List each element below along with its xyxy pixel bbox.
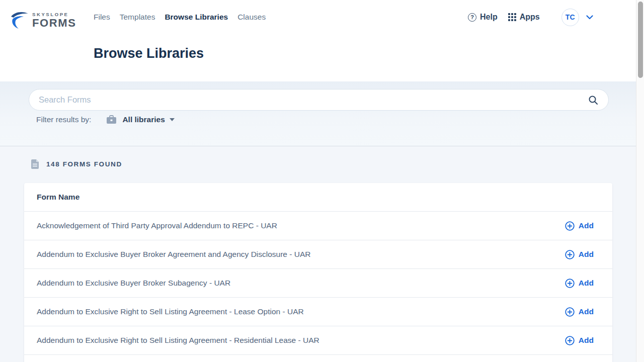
- add-form-button[interactable]: Add: [565, 219, 594, 233]
- document-icon: [31, 159, 39, 169]
- table-row-partial: [24, 354, 612, 362]
- help-label: Help: [480, 13, 498, 22]
- search-icon: [588, 95, 598, 105]
- form-name: Addendum to Exclusive Buyer Broker Agree…: [37, 250, 310, 259]
- nav-item-clauses[interactable]: Clauses: [237, 13, 266, 22]
- header-actions: ? Help Apps TC: [468, 8, 593, 27]
- search-filter-band: Filter results by: All libraries: [0, 81, 636, 146]
- form-name: Addendum to Exclusive Buyer Broker Subag…: [37, 279, 230, 288]
- add-form-button[interactable]: Add: [565, 334, 594, 347]
- add-button-label: Add: [579, 250, 594, 259]
- scrollbar-thumb[interactable]: [638, 2, 643, 78]
- library-filter-dropdown[interactable]: All libraries: [106, 115, 174, 124]
- logo-wordmark: SKYSLOPE FORMS: [32, 12, 76, 29]
- browse-libraries-page: SKYSLOPE FORMS Files Templates Browse Li…: [0, 0, 644, 362]
- add-button-label: Add: [579, 221, 594, 230]
- plus-circle-icon: [565, 307, 575, 317]
- nav-item-files[interactable]: Files: [94, 13, 110, 22]
- account-menu-chevron-down-icon[interactable]: [586, 15, 593, 20]
- add-button-label: Add: [579, 279, 594, 288]
- form-name: Addendum to Exclusive Right to Sell List…: [37, 307, 304, 316]
- add-form-button[interactable]: Add: [565, 305, 594, 319]
- plus-circle-icon: [565, 221, 575, 231]
- forms-table: Form Name Acknowledgement of Third Party…: [24, 183, 612, 362]
- help-question-icon: ?: [468, 13, 476, 22]
- add-form-button[interactable]: Add: [565, 248, 594, 261]
- plus-circle-icon: [565, 336, 575, 345]
- table-row: Addendum to Exclusive Right to Sell List…: [24, 297, 612, 326]
- add-button-label: Add: [579, 307, 594, 316]
- vertical-scrollbar[interactable]: [636, 0, 644, 362]
- user-avatar[interactable]: TC: [561, 9, 579, 26]
- plus-circle-icon: [565, 279, 575, 288]
- results-count-text: 148 FORMS FOUND: [46, 160, 122, 168]
- apps-grid-icon: [508, 13, 516, 21]
- table-header-row: Form Name: [24, 183, 612, 211]
- apps-label: Apps: [520, 13, 540, 22]
- search-input[interactable]: [29, 95, 586, 105]
- form-name: Acknowledgement of Third Party Approval …: [37, 221, 277, 230]
- table-rows: Acknowledgement of Third Party Approval …: [24, 211, 612, 354]
- skyslope-forms-logo[interactable]: SKYSLOPE FORMS: [10, 11, 76, 30]
- caret-down-icon: [170, 118, 175, 121]
- nav-item-browse-libraries[interactable]: Browse Libraries: [165, 13, 228, 22]
- filter-label: Filter results by:: [36, 115, 91, 124]
- skyslope-swoosh-icon: [10, 11, 30, 30]
- search-box: [29, 89, 609, 111]
- help-button[interactable]: ? Help: [468, 13, 498, 22]
- add-form-button[interactable]: Add: [565, 277, 594, 290]
- app-header: SKYSLOPE FORMS Files Templates Browse Li…: [0, 0, 636, 81]
- form-name-column-header: Form Name: [37, 193, 79, 202]
- brand-name-bottom: FORMS: [32, 18, 76, 29]
- library-filter-value: All libraries: [122, 115, 165, 124]
- table-row: Acknowledgement of Third Party Approval …: [24, 211, 612, 240]
- apps-button[interactable]: Apps: [508, 13, 540, 22]
- table-row: Addendum to Exclusive Buyer Broker Subag…: [24, 268, 612, 297]
- filter-row: Filter results by: All libraries: [36, 115, 175, 124]
- table-row: Addendum to Exclusive Buyer Broker Agree…: [24, 240, 612, 268]
- search-button[interactable]: [586, 93, 600, 107]
- nav-item-templates[interactable]: Templates: [120, 13, 155, 22]
- form-name: Addendum to Exclusive Right to Sell List…: [37, 336, 319, 345]
- page-title: Browse Libraries: [94, 46, 204, 61]
- plus-circle-icon: [565, 250, 575, 259]
- table-row: Addendum to Exclusive Right to Sell List…: [24, 326, 612, 354]
- results-count: 148 FORMS FOUND: [31, 159, 122, 169]
- briefcase-icon: [106, 115, 117, 124]
- primary-nav: Files Templates Browse Libraries Clauses: [94, 13, 266, 22]
- add-button-label: Add: [579, 336, 594, 345]
